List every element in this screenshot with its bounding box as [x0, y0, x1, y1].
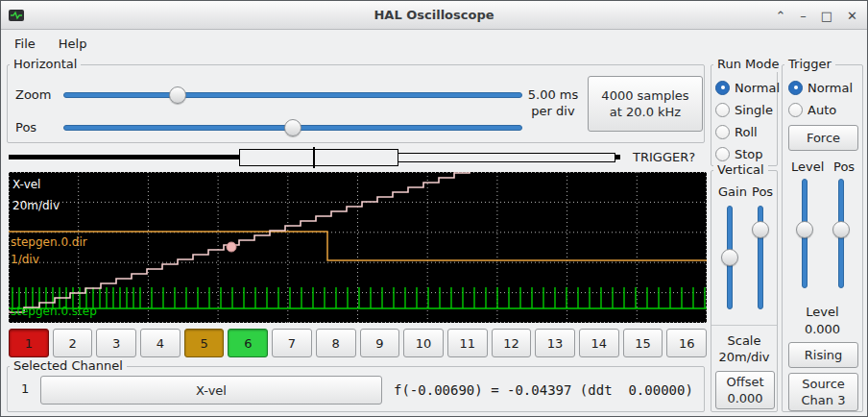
- trigger-level-handle[interactable]: [796, 221, 813, 238]
- vertical-gain-label: Gain: [718, 184, 747, 200]
- vertical-gain-handle[interactable]: [721, 249, 738, 266]
- channel-button-7[interactable]: 7: [272, 329, 312, 357]
- samples-button-line2: at 20.0 kHz: [610, 104, 681, 120]
- titlebar[interactable]: HAL Oscilloscope ⌃ – □ ✕: [1, 1, 867, 30]
- view-window-box[interactable]: [239, 149, 398, 166]
- vertical-pos-handle[interactable]: [752, 221, 769, 238]
- menubar: File Help: [1, 30, 867, 57]
- trigger-pos-slider[interactable]: [832, 179, 850, 288]
- maximize-icon[interactable]: □: [821, 10, 832, 22]
- channel-button-11[interactable]: 11: [447, 329, 488, 357]
- radio-icon[interactable]: [715, 125, 730, 139]
- pos-slider-handle[interactable]: [284, 119, 301, 136]
- trigger-group-title: Trigger: [784, 57, 835, 72]
- time-per-div-label: 5.00 ms per div: [522, 86, 584, 119]
- trigger-mode-auto-label: Auto: [808, 103, 836, 117]
- vertical-scale-display: Scale 20m/div: [711, 325, 777, 365]
- force-button[interactable]: Force: [788, 125, 858, 151]
- minimize-icon[interactable]: –: [800, 10, 807, 22]
- samples-button[interactable]: 4000 samples at 20.0 kHz: [588, 76, 703, 132]
- selected-channel-number: 1: [21, 381, 29, 397]
- vertical-offset-value: 0.000: [727, 390, 762, 406]
- run-mode-roll-label: Roll: [735, 125, 758, 139]
- menu-help[interactable]: Help: [59, 37, 87, 51]
- trigger-pos-handle[interactable]: [832, 221, 850, 238]
- radio-icon[interactable]: [715, 147, 730, 161]
- scope-canvas: [9, 172, 707, 323]
- run-mode-normal[interactable]: Normal: [715, 79, 780, 96]
- channel6-name-label: stepgen.0.step: [11, 305, 97, 318]
- time-per-div-units: per div: [522, 103, 584, 119]
- scope-display[interactable]: X-vel 20m/div stepgen.0.dir 1/div stepge…: [9, 172, 707, 323]
- channel-button-2[interactable]: 2: [53, 329, 93, 357]
- channel-button-10[interactable]: 10: [403, 329, 444, 357]
- channel-button-13[interactable]: 13: [535, 329, 575, 357]
- vertical-scale-caption: Scale: [711, 332, 777, 349]
- vertical-scale-value: 20m/div: [711, 349, 777, 365]
- radio-icon[interactable]: [715, 81, 730, 95]
- channel-button-6[interactable]: 6: [228, 329, 268, 357]
- trigger-mode-auto[interactable]: Auto: [788, 101, 836, 118]
- channel-button-4[interactable]: 4: [140, 329, 181, 357]
- trigger-level-column-label: Level: [791, 159, 824, 175]
- samples-button-line1: 4000 samples: [601, 87, 688, 104]
- window-controls: ⌃ – □ ✕: [775, 1, 857, 30]
- trigger-pos-column-label: Pos: [833, 159, 855, 175]
- pos-slider[interactable]: [63, 119, 522, 136]
- run-mode-normal-label: Normal: [735, 81, 780, 95]
- run-mode-roll[interactable]: Roll: [715, 123, 758, 140]
- channel-button-8[interactable]: 8: [316, 329, 356, 357]
- horizontal-group: Horizontal Zoom Pos 5.00 ms per div 4000…: [7, 64, 705, 143]
- trigger-mode-normal-label: Normal: [808, 81, 853, 95]
- zoom-label: Zoom: [15, 87, 51, 103]
- channel-button-12[interactable]: 12: [492, 329, 532, 357]
- channel-button-15[interactable]: 15: [623, 329, 663, 357]
- menu-file[interactable]: File: [14, 37, 36, 51]
- horizontal-group-title: Horizontal: [10, 57, 81, 72]
- record-position-bar[interactable]: TRIGGER?: [9, 147, 707, 168]
- channel-button-3[interactable]: 3: [96, 329, 136, 357]
- vertical-pos-label: Pos: [752, 184, 773, 200]
- trigger-position-marker[interactable]: [313, 147, 315, 168]
- run-mode-single-label: Single: [735, 103, 773, 117]
- channel-button-5[interactable]: 5: [184, 329, 225, 357]
- zoom-slider-trough[interactable]: [63, 92, 522, 98]
- vertical-gain-slider[interactable]: [721, 206, 738, 309]
- vertical-group: Vertical Gain Pos Scale 20m/div Offset 0…: [711, 170, 778, 412]
- channel-button-9[interactable]: 9: [360, 329, 400, 357]
- trigger-source-button[interactable]: Source Chan 3: [788, 373, 858, 411]
- trigger-level-slider[interactable]: [796, 179, 813, 288]
- run-mode-group-title: Run Mode: [713, 57, 783, 72]
- trigger-question-label: TRIGGER?: [633, 150, 695, 164]
- time-per-div-value: 5.00 ms: [522, 86, 584, 103]
- trigger-source-line2: Chan 3: [802, 392, 846, 408]
- trigger-edge-button[interactable]: Rising: [788, 342, 858, 368]
- radio-icon[interactable]: [715, 103, 730, 117]
- shade-icon[interactable]: ⌃: [775, 10, 785, 22]
- channel-button-14[interactable]: 14: [579, 329, 619, 357]
- channel-button-1[interactable]: 1: [9, 329, 49, 357]
- trigger-mode-normal[interactable]: Normal: [788, 79, 853, 96]
- selected-channel-readout: f(-0.00690) = -0.04397 (ddt 0.00000): [394, 382, 693, 398]
- trigger-group: Trigger Normal Auto Force Level Pos Leve…: [782, 64, 863, 412]
- run-mode-group: Run Mode Normal Single Roll Stop: [711, 64, 778, 166]
- zoom-slider[interactable]: [63, 86, 522, 104]
- selected-channel-name-button[interactable]: X-vel: [40, 376, 382, 405]
- run-mode-single[interactable]: Single: [715, 101, 773, 118]
- trigger-level-value: 0.000: [783, 321, 862, 337]
- run-mode-stop-label: Stop: [735, 147, 763, 161]
- channel5-name-label: stepgen.0.dir: [11, 235, 87, 249]
- close-icon[interactable]: ✕: [847, 10, 857, 22]
- radio-icon[interactable]: [788, 103, 803, 117]
- vertical-pos-slider[interactable]: [752, 206, 769, 309]
- zoom-slider-handle[interactable]: [169, 86, 186, 104]
- channel-button-16[interactable]: 16: [666, 329, 707, 357]
- trigger-source-line1: Source: [802, 376, 845, 392]
- channel1-scale-label: 20m/div: [12, 199, 60, 212]
- vertical-offset-caption: Offset: [726, 374, 763, 390]
- vertical-offset-button[interactable]: Offset 0.000: [715, 371, 775, 409]
- pos-label: Pos: [15, 120, 36, 135]
- channel1-name-label: X-vel: [12, 178, 40, 191]
- radio-icon[interactable]: [788, 81, 803, 95]
- run-mode-stop[interactable]: Stop: [715, 145, 763, 162]
